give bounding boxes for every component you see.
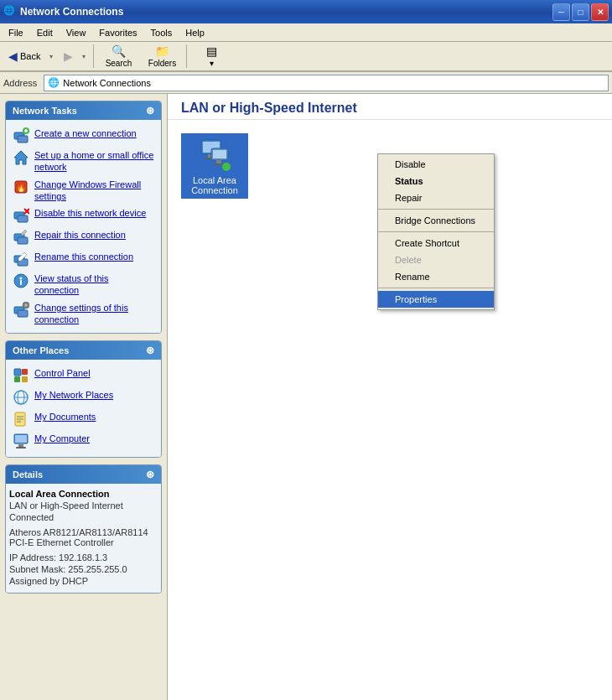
firewall-icon: 🔥 (13, 179, 29, 195)
svg-rect-18 (20, 280, 22, 285)
task-home-network-label: Set up a home or small office network (34, 149, 154, 174)
task-home-network[interactable]: Set up a home or small office network (9, 147, 158, 176)
task-view-status[interactable]: View status of this connection (9, 270, 158, 299)
task-disable-device-label: Disable this network device (34, 207, 146, 219)
network-tasks-section: Network Tasks ⊛ Create a new connection … (5, 101, 162, 334)
context-menu-sep-3 (378, 288, 494, 288)
network-tasks-header[interactable]: Network Tasks ⊛ (6, 101, 161, 120)
svg-text:🔥: 🔥 (16, 182, 27, 193)
search-icon: 🔍 (112, 44, 126, 58)
svg-rect-36 (18, 444, 23, 447)
rename-icon (13, 251, 29, 267)
context-menu-status[interactable]: Status (378, 173, 494, 189)
home-network-icon (13, 149, 29, 166)
connection-image (196, 137, 233, 174)
toolbar-sep-1 (93, 44, 94, 68)
forward-nav[interactable]: ▶ ▾ (59, 43, 90, 70)
title-bar: 🌐 Network Connections ─ □ ✕ (0, 0, 612, 23)
details-connection-status: Connected (9, 512, 158, 522)
task-new-connection[interactable]: Create a new connection (9, 125, 158, 147)
content-area: LAN or High-Speed Internet (168, 94, 612, 700)
close-button[interactable]: ✕ (591, 3, 609, 21)
menu-favorites[interactable]: Favorites (92, 26, 143, 39)
task-firewall[interactable]: 🔥 Change Windows Firewall settings (9, 176, 158, 205)
menu-bar: File Edit View Favorites Tools Help (0, 23, 612, 42)
task-repair[interactable]: Repair this connection (9, 226, 158, 248)
place-my-computer[interactable]: My Computer (9, 430, 158, 452)
svg-rect-37 (16, 447, 26, 449)
back-dropdown[interactable]: ▾ (45, 44, 57, 68)
views-button[interactable]: ▤ ▾ (190, 43, 232, 70)
place-network-places[interactable]: My Network Places (9, 386, 158, 408)
address-value: Network Connections (63, 78, 151, 88)
details-dhcp: Assigned by DHCP (9, 576, 158, 586)
content-header: LAN or High-Speed Internet (168, 94, 612, 120)
network-tasks-title: Network Tasks (13, 106, 77, 116)
local-area-connection-item[interactable]: Local Area Connection (181, 133, 248, 199)
task-view-status-label: View status of this connection (34, 272, 154, 297)
details-content: Local Area Connection LAN or High-Speed … (6, 484, 161, 593)
folders-button[interactable]: 📁 Folders (141, 43, 183, 70)
context-menu-properties[interactable]: Properties (378, 291, 494, 308)
task-firewall-label: Change Windows Firewall settings (34, 179, 154, 203)
back-nav[interactable]: ◀ Back ▾ (3, 43, 57, 70)
place-my-computer-label: My Computer (34, 433, 90, 444)
task-new-connection-label: Create a new connection (34, 127, 137, 139)
task-rename[interactable]: Rename this connection (9, 248, 158, 270)
task-change-settings[interactable]: Change settings of this connection (9, 299, 158, 329)
svg-point-17 (20, 277, 23, 280)
content-body: Local Area Connection Disable Status Rep… (168, 120, 612, 212)
other-places-header[interactable]: Other Places ⊛ (6, 341, 161, 360)
svg-rect-9 (18, 215, 28, 222)
menu-tools[interactable]: Tools (144, 26, 179, 39)
my-documents-icon (13, 411, 29, 428)
repair-icon (13, 229, 29, 246)
svg-marker-5 (14, 151, 28, 164)
other-places-collapse-icon[interactable]: ⊛ (146, 345, 154, 356)
connection-label: Local Area Connection (184, 175, 245, 195)
svg-rect-20 (18, 310, 28, 317)
back-arrow-icon: ◀ (8, 49, 18, 63)
change-settings-icon (13, 302, 29, 319)
task-disable-device[interactable]: Disable this network device (9, 205, 158, 226)
details-connection-type: LAN or High-Speed Internet (9, 500, 158, 511)
svg-rect-23 (14, 369, 21, 376)
context-menu-delete: Delete (378, 251, 494, 268)
search-button[interactable]: 🔍 Search (97, 43, 139, 70)
network-places-icon (13, 389, 29, 406)
context-menu-repair[interactable]: Repair (378, 189, 494, 206)
details-header[interactable]: Details ⊛ (6, 465, 161, 484)
menu-help[interactable]: Help (179, 26, 211, 39)
details-adapter: Atheros AR8121/AR8113/AR8114 PCI-E Ether… (9, 527, 158, 547)
folders-icon: 📁 (155, 44, 169, 58)
title-bar-buttons: ─ □ ✕ (552, 3, 609, 21)
maximize-button[interactable]: □ (572, 3, 589, 21)
details-connection-name: Local Area Connection (9, 489, 158, 499)
context-menu-bridge[interactable]: Bridge Connections (378, 212, 494, 229)
views-icon: ▤ (206, 44, 217, 58)
context-menu-disable[interactable]: Disable (378, 156, 494, 173)
network-tasks-collapse-icon[interactable]: ⊛ (146, 105, 154, 117)
svg-point-46 (222, 163, 231, 171)
address-input[interactable]: 🌐 Network Connections (44, 75, 609, 91)
details-collapse-icon[interactable]: ⊛ (146, 469, 154, 480)
context-menu-shortcut[interactable]: Create Shortcut (378, 235, 494, 251)
svg-rect-26 (22, 376, 28, 382)
place-my-documents[interactable]: My Documents (9, 408, 158, 430)
views-dropdown-icon: ▾ (210, 59, 214, 68)
details-title: Details (13, 469, 43, 480)
menu-edit[interactable]: Edit (30, 26, 60, 39)
place-network-places-label: My Network Places (34, 389, 113, 401)
place-control-panel[interactable]: Control Panel (9, 365, 158, 386)
context-menu-rename[interactable]: Rename (378, 268, 494, 285)
details-subnet: Subnet Mask: 255.255.255.0 (9, 564, 158, 574)
forward-dropdown[interactable]: ▾ (78, 44, 90, 68)
forward-button[interactable]: ▶ (59, 44, 78, 68)
minimize-button[interactable]: ─ (552, 3, 570, 21)
details-section: Details ⊛ Local Area Connection LAN or H… (5, 464, 162, 594)
back-button[interactable]: ◀ Back (3, 44, 45, 68)
main-layout: Network Tasks ⊛ Create a new connection … (0, 94, 612, 700)
address-label: Address (3, 78, 40, 88)
menu-view[interactable]: View (60, 26, 93, 39)
menu-file[interactable]: File (2, 26, 30, 39)
